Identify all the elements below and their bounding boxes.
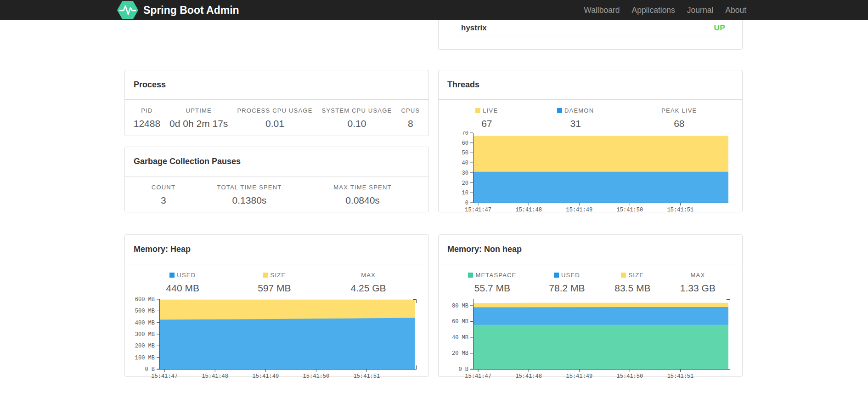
svg-text:15:41:49: 15:41:49: [566, 373, 592, 380]
svg-text:15:41:50: 15:41:50: [617, 373, 643, 380]
used-legend-swatch: [554, 273, 559, 278]
memory-heap-panel: Memory: Heap USED 440 MB SIZE 597 MB MAX…: [124, 234, 429, 377]
nav-applications[interactable]: Applications: [626, 6, 681, 15]
stat-cpus: CPUS 8: [396, 107, 424, 129]
stat-label-text: SIZE: [628, 272, 644, 279]
stat-value: 8: [401, 118, 420, 129]
stat-process-cpu-usage: PROCESS CPU USAGE 0.01: [232, 107, 317, 129]
stat-heap-max: MAX 4.25 GB: [320, 272, 417, 294]
threads-panel-title: Threads: [439, 70, 742, 100]
stat-label: METASPACE: [455, 272, 530, 279]
navbar: Spring Boot Admin Wallboard Applications…: [0, 0, 868, 20]
stat-value: 78.2 MB: [539, 283, 595, 294]
memory-nonheap-panel: Memory: Non heap METASPACE 55.7 MB USED …: [438, 234, 743, 377]
svg-text:80 MB: 80 MB: [452, 303, 468, 309]
gc-panel-title: Garbage Collection Pauses: [125, 147, 428, 177]
svg-text:0 B: 0 B: [145, 366, 155, 373]
brand[interactable]: Spring Boot Admin: [117, 0, 239, 20]
svg-text:15:41:50: 15:41:50: [303, 373, 330, 380]
svg-text:15:41:49: 15:41:49: [566, 207, 592, 213]
process-panel-title: Process: [125, 70, 428, 100]
application-status-panel: hystrix UP: [438, 20, 743, 50]
stat-value: 67: [455, 118, 519, 129]
stat-value: 31: [528, 118, 624, 129]
stat-value: 0d 0h 2m 17s: [169, 118, 228, 129]
svg-text:70: 70: [462, 131, 468, 137]
status-badge: UP: [714, 23, 725, 33]
stat-label: USED: [141, 272, 224, 279]
nonheap-stats: METASPACE 55.7 MB USED 78.2 MB SIZE 83.5…: [451, 272, 730, 294]
stat-nonheap-metaspace: METASPACE 55.7 MB: [451, 272, 534, 294]
nav-links: Wallboard Applications Journal About: [578, 0, 752, 20]
stat-gc-max-time: MAX TIME SPENT 0.0840s: [309, 184, 417, 206]
stat-threads-daemon: DAEMON 31: [523, 107, 628, 129]
svg-text:15:41:47: 15:41:47: [465, 207, 491, 213]
stat-label-text: METASPACE: [475, 272, 516, 279]
stat-nonheap-size: SIZE 83.5 MB: [600, 272, 665, 294]
svg-text:20 MB: 20 MB: [452, 350, 468, 357]
spring-boot-admin-logo-icon: [117, 1, 138, 19]
stat-label-text: DAEMON: [564, 107, 594, 114]
svg-text:0 B: 0 B: [458, 366, 468, 373]
brand-title: Spring Boot Admin: [143, 4, 239, 17]
stat-value: 0.0840s: [313, 195, 412, 206]
application-row[interactable]: hystrix UP: [456, 20, 731, 36]
stat-label-text: SIZE: [271, 272, 286, 279]
memory-nonheap-chart: 80 MB60 MB40 MB20 MB0 B15:41:4715:41:481…: [439, 297, 735, 380]
heap-panel-title: Memory: Heap: [125, 235, 428, 264]
svg-text:40 MB: 40 MB: [452, 335, 468, 341]
svg-text:50: 50: [462, 150, 468, 156]
gc-pauses-panel: Garbage Collection Pauses COUNT 3 TOTAL …: [124, 147, 429, 212]
page: Spring Boot Admin Wallboard Applications…: [0, 0, 868, 410]
size-legend-swatch: [621, 273, 626, 278]
svg-text:100 MB: 100 MB: [135, 355, 155, 361]
stat-value: 68: [633, 118, 726, 129]
stat-value: 0.01: [237, 118, 312, 129]
svg-text:15:41:51: 15:41:51: [667, 207, 694, 213]
stat-value: 0.10: [322, 118, 392, 129]
stat-value: 597 MB: [233, 283, 316, 294]
svg-text:40: 40: [462, 160, 468, 166]
svg-text:0: 0: [465, 200, 468, 206]
stat-label: PEAK LIVE: [633, 107, 726, 114]
stat-label: CPUS: [401, 107, 420, 114]
stat-value: 0.1380s: [195, 195, 304, 206]
stat-nonheap-max: MAX 1.33 GB: [665, 272, 730, 294]
stat-value: 12488: [134, 118, 160, 129]
stat-label: LIVE: [455, 107, 519, 114]
metaspace-legend-swatch: [468, 273, 473, 278]
stat-value: 3: [141, 195, 186, 206]
stat-label: PROCESS CPU USAGE: [237, 107, 312, 114]
nav-about[interactable]: About: [719, 6, 752, 15]
stat-value: 83.5 MB: [604, 283, 661, 294]
stat-label: TOTAL TIME SPENT: [195, 184, 304, 191]
svg-text:10: 10: [462, 190, 468, 196]
stat-gc-total-time: TOTAL TIME SPENT 0.1380s: [190, 184, 309, 206]
stat-pid: PID 12488: [129, 107, 165, 129]
stat-value: 440 MB: [141, 283, 224, 294]
svg-text:15:41:47: 15:41:47: [465, 373, 491, 380]
used-legend-swatch: [169, 273, 175, 278]
stat-value: 55.7 MB: [455, 283, 530, 294]
stat-label: DAEMON: [528, 107, 624, 114]
nav-journal[interactable]: Journal: [681, 6, 719, 15]
stat-uptime: UPTIME 0d 0h 2m 17s: [165, 107, 232, 129]
threads-panel: Threads LIVE 67 DAEMON 31 PEAK LIVE 68 7…: [438, 70, 743, 212]
stat-value: 4.25 GB: [325, 283, 412, 294]
stat-label: COUNT: [141, 184, 186, 191]
svg-text:60: 60: [462, 140, 468, 147]
application-name[interactable]: hystrix: [461, 23, 487, 33]
svg-text:500 MB: 500 MB: [135, 308, 155, 314]
svg-text:15:41:51: 15:41:51: [667, 373, 694, 380]
svg-text:15:41:50: 15:41:50: [617, 207, 643, 213]
stat-label-text: USED: [177, 272, 196, 279]
stat-label: SIZE: [604, 272, 661, 279]
stat-label: SYSTEM CPU USAGE: [322, 107, 392, 114]
stat-threads-live: LIVE 67: [451, 107, 523, 129]
svg-text:400 MB: 400 MB: [135, 320, 155, 326]
svg-text:15:41:48: 15:41:48: [515, 373, 542, 380]
svg-text:200 MB: 200 MB: [135, 343, 155, 349]
svg-text:15:41:49: 15:41:49: [252, 373, 279, 380]
stat-heap-used: USED 440 MB: [137, 272, 229, 294]
nav-wallboard[interactable]: Wallboard: [578, 6, 626, 15]
